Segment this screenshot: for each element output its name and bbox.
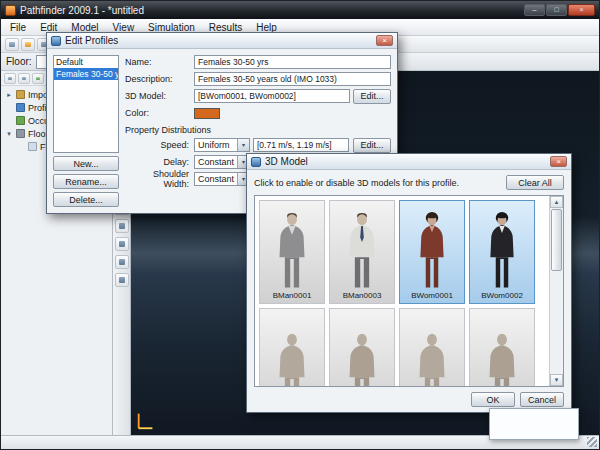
- model-thumbnail: [330, 309, 394, 386]
- snap-tool-icon[interactable]: [115, 273, 129, 287]
- model-grid-scrollbar[interactable]: ▲ ▼: [549, 196, 563, 386]
- model-card-partial[interactable]: [399, 308, 465, 386]
- maximize-button[interactable]: □: [546, 4, 567, 16]
- window-title: Pathfinder 2009.1 - *untitled: [20, 5, 520, 16]
- model-card-bwom0002[interactable]: BWom0002: [469, 200, 535, 304]
- name-field[interactable]: Females 30-50 yrs: [194, 55, 391, 69]
- speed-value-field[interactable]: [0.71 m/s, 1.19 m/s]: [253, 138, 349, 152]
- tree-collapsed-icon[interactable]: ▸: [5, 91, 13, 99]
- close-icon[interactable]: ×: [550, 156, 567, 167]
- delay-distribution-select[interactable]: Constant ▾: [194, 155, 250, 169]
- model-label: BMan0001: [273, 291, 312, 303]
- speed-distribution-value: Uniform: [198, 140, 230, 150]
- dialog-titlebar[interactable]: Edit Profiles ×: [47, 33, 397, 49]
- scroll-down-icon[interactable]: ▼: [550, 374, 563, 386]
- dialog-icon: [51, 36, 61, 46]
- delete-profile-button[interactable]: Delete...: [53, 192, 119, 207]
- model-thumbnail: [470, 201, 534, 291]
- ok-button[interactable]: OK: [471, 392, 515, 407]
- new-profile-button[interactable]: New...: [53, 156, 119, 171]
- minimize-button[interactable]: –: [524, 4, 545, 16]
- model-thumbnail: [330, 201, 394, 291]
- shoulder-distribution-select[interactable]: Constant ▾: [194, 172, 250, 186]
- occupant-tool-icon[interactable]: [115, 219, 129, 233]
- delay-label: Delay:: [125, 157, 191, 167]
- open-file-icon[interactable]: [21, 38, 35, 51]
- profile-list: Default Females 30-50 yrs: [53, 55, 119, 153]
- delay-distribution-value: Constant: [198, 157, 234, 167]
- model-field[interactable]: [BWom0001, BWom0002]: [194, 89, 350, 103]
- resize-grip[interactable]: [587, 437, 597, 447]
- dialog-titlebar[interactable]: 3D Model ×: [247, 154, 571, 170]
- shoulder-distribution-value: Constant: [198, 174, 234, 184]
- shoulder-width-label: Shoulder Width:: [125, 169, 191, 189]
- color-label: Color:: [125, 108, 191, 118]
- model-label: 3D Model:: [125, 91, 191, 101]
- model-card-bman0003[interactable]: BMan0003: [329, 200, 395, 304]
- model-card-partial[interactable]: [259, 308, 325, 386]
- expand-all-icon[interactable]: [18, 73, 30, 84]
- floating-panel: [489, 408, 579, 440]
- speed-distribution-select[interactable]: Uniform ▾: [194, 138, 250, 152]
- model-thumbnail: [400, 201, 464, 291]
- model-dialog: 3D Model × Click to enable or disable 3D…: [246, 153, 572, 413]
- new-file-icon[interactable]: [5, 38, 19, 51]
- model-label: BWom0001: [411, 291, 453, 303]
- grid-tool-icon[interactable]: [115, 255, 129, 269]
- profile-color-swatch[interactable]: [194, 108, 220, 119]
- model-edit-button[interactable]: Edit...: [353, 89, 391, 104]
- floor-label: Floor:: [6, 56, 32, 67]
- geometry-icon: [16, 90, 25, 99]
- dialog-title: Edit Profiles: [65, 35, 118, 46]
- floor-icon: [28, 142, 37, 151]
- profiles-icon: [16, 103, 25, 112]
- clear-all-button[interactable]: Clear All: [506, 175, 564, 190]
- model-card-bman0001[interactable]: BMan0001: [259, 200, 325, 304]
- description-label: Description:: [125, 74, 191, 84]
- filter-icon[interactable]: [32, 73, 44, 84]
- chevron-down-icon: ▾: [237, 139, 249, 151]
- floors-icon: [16, 129, 25, 138]
- menu-file[interactable]: File: [3, 21, 33, 34]
- scrollbar-thumb[interactable]: [551, 209, 562, 271]
- model-thumbnail: [400, 309, 464, 386]
- instruction-text: Click to enable or disable 3D models for…: [254, 178, 459, 188]
- name-label: Name:: [125, 57, 191, 67]
- model-card-partial[interactable]: [329, 308, 395, 386]
- model-label: BMan0003: [343, 291, 382, 303]
- measure-tool-icon[interactable]: [115, 237, 129, 251]
- rename-profile-button[interactable]: Rename...: [53, 174, 119, 189]
- model-card-bwom0001[interactable]: BWom0001: [399, 200, 465, 304]
- model-card-partial[interactable]: [469, 308, 535, 386]
- axes-icon: [135, 409, 157, 431]
- speed-label: Speed:: [125, 140, 191, 150]
- scroll-up-icon[interactable]: ▲: [550, 196, 563, 208]
- list-item-females[interactable]: Females 30-50 yrs: [54, 68, 118, 80]
- dialog-icon: [251, 157, 261, 167]
- occupants-icon: [16, 116, 25, 125]
- scrollbar-track[interactable]: [550, 208, 563, 374]
- list-item-default[interactable]: Default: [54, 56, 118, 68]
- model-thumbnail: [260, 201, 324, 291]
- dialog-title: 3D Model: [265, 156, 308, 167]
- tree-expanded-icon[interactable]: ▾: [5, 130, 13, 138]
- window-titlebar[interactable]: Pathfinder 2009.1 - *untitled – □ ×: [1, 1, 599, 19]
- app-icon: [5, 5, 16, 16]
- refresh-icon[interactable]: [4, 73, 16, 84]
- close-icon[interactable]: ×: [376, 35, 393, 46]
- close-button[interactable]: ×: [568, 4, 595, 16]
- model-label: BWom0002: [481, 291, 523, 303]
- model-grid: BMan0001 BMan0003: [255, 196, 549, 386]
- model-thumbnail: [470, 309, 534, 386]
- description-field[interactable]: Females 30-50 years old (IMO 1033): [194, 72, 391, 86]
- speed-edit-button[interactable]: Edit...: [353, 138, 391, 153]
- model-thumbnail: [260, 309, 324, 386]
- distributions-heading: Property Distributions: [125, 125, 391, 135]
- cancel-button[interactable]: Cancel: [520, 392, 564, 407]
